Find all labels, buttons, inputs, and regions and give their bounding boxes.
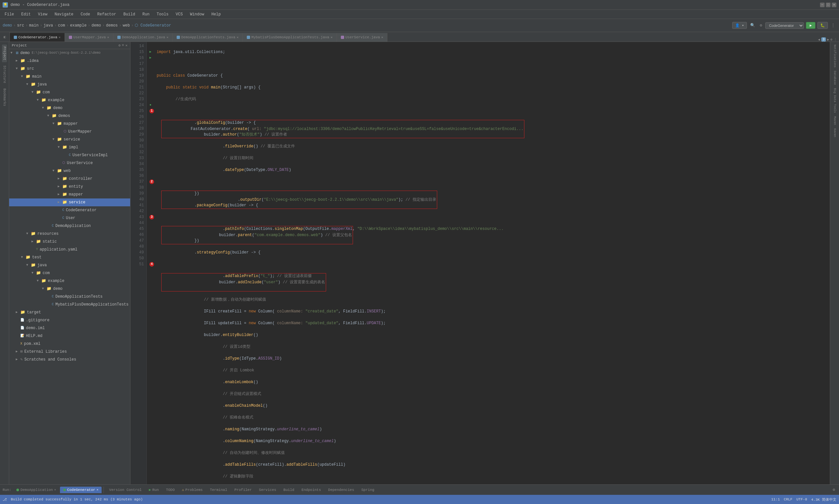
- breadcrumb-example[interactable]: example: [70, 23, 87, 28]
- tab-usermapper[interactable]: UserMapper.java ✕: [65, 33, 113, 41]
- tree-web[interactable]: ▼ 📁 web: [9, 167, 130, 175]
- bottom-tab-services[interactable]: Services: [256, 487, 280, 493]
- database-btn[interactable]: Database: [833, 69, 837, 86]
- breadcrumb-java[interactable]: java: [43, 23, 53, 28]
- tree-gitignore[interactable]: ▶ 📄 .gitignore: [9, 316, 130, 324]
- breadcrumb-main[interactable]: main: [29, 23, 39, 28]
- tree-mybatisplus[interactable]: ▶ C MybatisPlusDemoApplicationTests: [9, 301, 130, 308]
- bottom-tab-profiler[interactable]: Profiler: [231, 487, 255, 493]
- tab-userservice[interactable]: UserService.java ✕: [337, 33, 388, 41]
- tree-impl[interactable]: ▼ 📁 impl: [9, 143, 130, 151]
- tree-idea[interactable]: ▶ 📁 .idea: [9, 57, 130, 65]
- bottom-tab-run[interactable]: ▶ Run: [145, 486, 162, 493]
- tab-usermapper-close[interactable]: ✕: [107, 35, 109, 39]
- toolbar-more[interactable]: ⋮: [830, 22, 836, 29]
- menu-build[interactable]: Build: [120, 11, 138, 18]
- panel-settings-icon[interactable]: ⚙: [118, 43, 121, 48]
- tree-com[interactable]: ▼ 📁 com: [9, 88, 130, 96]
- project-panel-toggle[interactable]: ◧: [4, 35, 5, 39]
- bottom-tab-vcs[interactable]: Version Control: [106, 487, 145, 493]
- tree-user[interactable]: ▶ C User: [9, 214, 130, 222]
- panel-gear-icon[interactable]: ≡: [122, 43, 124, 48]
- menu-help[interactable]: Help: [208, 11, 224, 18]
- panel-close-icon[interactable]: ✕: [125, 43, 127, 48]
- tree-entity[interactable]: ▶ 📁 entity: [9, 183, 130, 191]
- tree-usermapper[interactable]: ▶ ⬡ UserMapper: [9, 128, 130, 136]
- bottom-tab-build[interactable]: Build: [280, 487, 298, 493]
- menu-vcs[interactable]: VCS: [172, 11, 186, 18]
- tree-helpmd[interactable]: ▶ 📝 HELP.md: [9, 332, 130, 340]
- tree-scratches[interactable]: ▶ ✎ Scratches and Consoles: [9, 356, 130, 363]
- status-crlf[interactable]: CRLF: [784, 498, 792, 501]
- tree-example[interactable]: ▼ 📁 example: [9, 96, 130, 104]
- breadcrumb-src[interactable]: src: [17, 23, 24, 28]
- tab-demoapplicationtests-close[interactable]: ✕: [237, 35, 239, 39]
- tree-demoapplication[interactable]: ▶ C DemoApplication: [9, 222, 130, 230]
- tree-target[interactable]: ▶ 📁 target: [9, 308, 130, 316]
- bottom-tab-dependencies[interactable]: Dependencies: [325, 487, 357, 493]
- close-button[interactable]: ✕: [832, 3, 836, 7]
- tree-demo-folder[interactable]: ▼ 📁 demo: [9, 104, 130, 112]
- breadcrumb-demo[interactable]: demo: [3, 23, 12, 28]
- tree-test[interactable]: ▼ 📁 test: [9, 253, 130, 261]
- menu-refactor[interactable]: Refactor: [94, 11, 120, 18]
- tree-userserviceimpl[interactable]: ▶ C UserServiceImpl: [9, 151, 130, 159]
- tab-codegenerator-close[interactable]: ✕: [59, 35, 60, 39]
- tree-application-yaml[interactable]: ▶ Y application.yaml: [9, 246, 130, 253]
- user-icon-btn[interactable]: 👤 ▾: [732, 22, 747, 29]
- status-position[interactable]: 11:1: [771, 498, 780, 501]
- tree-service2[interactable]: ▶ 📁 service: [9, 198, 130, 206]
- bottom-tab-codegenerator-close[interactable]: ✕: [97, 488, 98, 491]
- tree-static[interactable]: ▶ 📁 static: [9, 238, 130, 246]
- tab-demoapplicationtests[interactable]: DemoApplicationTests.java ✕: [173, 33, 243, 41]
- run-button[interactable]: ▶: [806, 22, 816, 29]
- tree-demoapplicationtests[interactable]: ▶ C DemoApplicationTests: [9, 293, 130, 301]
- tree-mapper[interactable]: ▼ 📁 mapper: [9, 120, 130, 128]
- tab-mybatisplus-close[interactable]: ✕: [331, 35, 333, 39]
- bottom-tab-problems[interactable]: ⚠ Problems: [179, 486, 206, 493]
- tab-demoapplication[interactable]: DemoApplication.java ✕: [113, 33, 173, 41]
- menu-run[interactable]: Run: [139, 11, 153, 18]
- tree-resources[interactable]: ▼ 📁 resources: [9, 230, 130, 238]
- tree-service-folder[interactable]: ▼ 📁 service: [9, 136, 130, 143]
- tree-controller[interactable]: ▶ 📁 controller: [9, 175, 130, 183]
- tree-external-libs[interactable]: ▶ ⊞ External Libraries: [9, 348, 130, 356]
- tab-gear[interactable]: ⚙: [831, 38, 833, 41]
- tree-main[interactable]: ▼ 📁 main: [9, 73, 130, 80]
- menu-window[interactable]: Window: [187, 11, 207, 18]
- menu-code[interactable]: Code: [77, 11, 93, 18]
- tree-test-demo[interactable]: ▼ 📁 demo: [9, 285, 130, 293]
- minimize-button[interactable]: ─: [820, 3, 825, 7]
- tree-demoigl[interactable]: ▶ 📄 demo.iml: [9, 324, 130, 332]
- notifications-btn[interactable]: Notifications: [833, 43, 837, 69]
- tree-pomxml[interactable]: ▶ X pom.xml: [9, 340, 130, 348]
- tab-userservice-close[interactable]: ✕: [381, 35, 383, 39]
- breadcrumb-com[interactable]: com: [58, 23, 65, 28]
- breadcrumb-demo2[interactable]: demo: [91, 23, 101, 28]
- tree-demos[interactable]: ▼ 📁 demos: [9, 112, 130, 120]
- tree-java[interactable]: ▼ 📁 java: [9, 80, 130, 88]
- bottom-tab-demoapplication[interactable]: DemoApplication ✕: [13, 487, 59, 493]
- window-controls[interactable]: ─ □ ✕: [820, 3, 836, 7]
- tree-test-example[interactable]: ▼ 📁 example: [9, 277, 130, 285]
- bottom-tab-codegenerator[interactable]: CodeGenerator ✕: [60, 487, 102, 493]
- bottom-settings-btn[interactable]: ⚙: [832, 486, 836, 493]
- tab-codegenerator[interactable]: CodeGenerator.java ✕: [10, 33, 65, 41]
- breadcrumb-codegenerator[interactable]: ⬡ CodeGenerator: [135, 23, 171, 28]
- tab-demoapplication-close[interactable]: ✕: [167, 35, 169, 39]
- maven-btn[interactable]: Maven: [833, 115, 837, 126]
- breadcrumb-demos[interactable]: demos: [106, 23, 118, 28]
- toolbar-settings-btn[interactable]: ⚙: [758, 22, 763, 29]
- run-config-select[interactable]: CodeGenerator DemoApplication: [765, 22, 804, 29]
- bottom-tab-demoapplication-close[interactable]: ✕: [54, 488, 56, 491]
- toolbar-search-btn[interactable]: 🔍: [749, 22, 756, 29]
- menu-view[interactable]: View: [35, 11, 51, 18]
- menu-edit[interactable]: Edit: [18, 11, 34, 18]
- bottom-tab-todo[interactable]: TODO: [163, 487, 178, 493]
- bottom-tab-terminal[interactable]: Terminal: [207, 487, 230, 493]
- tab-more[interactable]: ⋮: [834, 38, 837, 41]
- breadcrumb-web[interactable]: web: [123, 23, 130, 28]
- menu-file[interactable]: File: [1, 11, 17, 18]
- tree-codegenerator[interactable]: ▶ C CodeGenerator: [9, 206, 130, 214]
- code-area[interactable]: 14 15 16 17 18 19 20 21 22 23 24 25 26 2…: [130, 42, 839, 484]
